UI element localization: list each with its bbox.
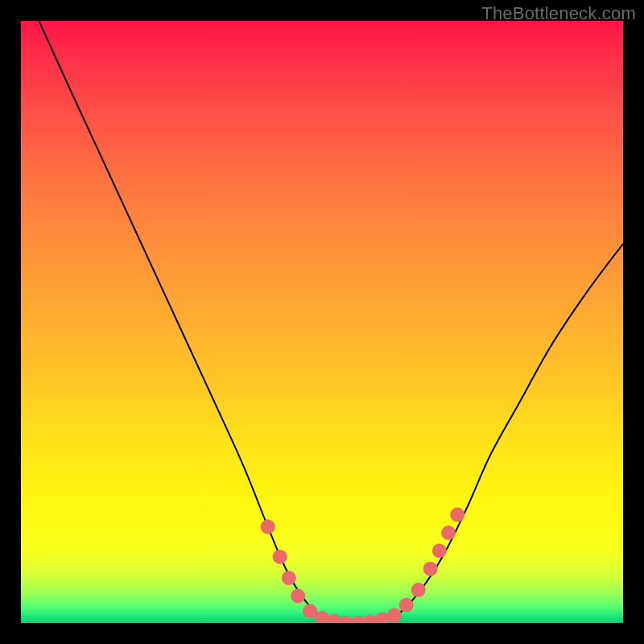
curve-marker [282,571,296,585]
plot-area [21,21,623,623]
curve-marker [399,598,414,613]
marker-group [261,507,465,623]
curve-marker [450,507,464,522]
curve-marker [411,583,426,597]
curve-marker [387,608,402,622]
curve-marker [339,616,353,623]
curve-marker [327,614,341,623]
chart-svg [21,21,623,623]
curve-marker [291,588,305,603]
curve-marker [423,562,438,576]
curve-marker [375,613,390,623]
curve-marker [441,526,456,540]
curve-marker [432,543,447,558]
curve-marker [363,615,378,623]
curve-marker [261,519,275,534]
curve-marker [303,604,317,618]
curve-marker [351,616,365,623]
bottleneck-curve [39,21,623,623]
chart-frame: TheBottleneck.com [0,0,644,644]
curve-marker [273,550,287,564]
watermark-text: TheBottleneck.com [481,3,636,24]
curve-marker [315,611,329,623]
